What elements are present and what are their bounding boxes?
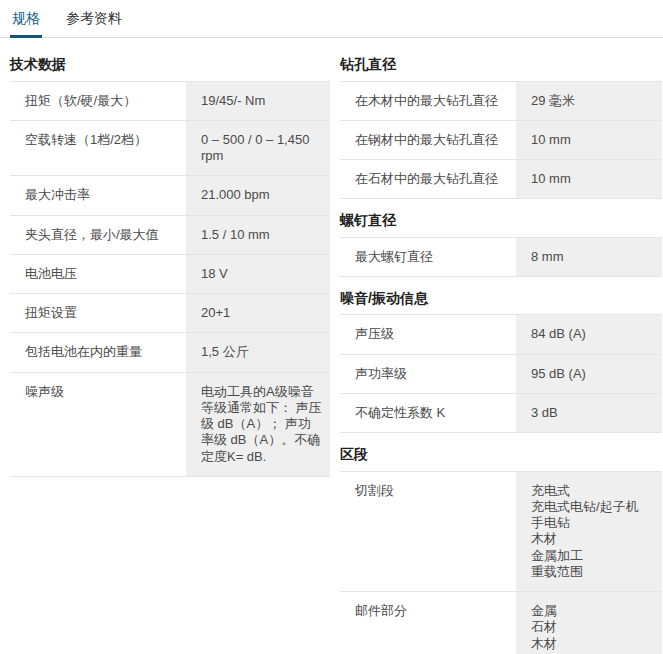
spec-section: 噪音/振动信息声压级84 dB (A)声功率级95 dB (A)不确定性系数 K… [340, 291, 662, 433]
spec-value: 29 毫米 [516, 82, 662, 120]
table-row: 扭矩（软/硬/最大）19/45/- Nm [10, 81, 330, 120]
table-row: 最大螺钉直径8 mm [340, 237, 662, 276]
spec-label: 电池电压 [10, 255, 186, 293]
spec-value-line: 手电钻 [531, 515, 654, 531]
table-row: 邮件部分金属石材木材 [340, 591, 662, 654]
spec-label: 切割段 [340, 472, 516, 592]
spec-value-line: 木材 [531, 636, 654, 652]
spec-value: 21.000 bpm [186, 176, 330, 214]
spec-table: 扭矩（软/硬/最大）19/45/- Nm空载转速（1档/2档）0 – 500 /… [10, 81, 330, 477]
spec-value-line: 重载范围 [531, 564, 654, 580]
spec-value-line: 金属加工 [531, 548, 654, 564]
tab-bar: 规格参考资料 [0, 0, 663, 38]
left-column: 技术数据扭矩（软/硬/最大）19/45/- Nm空载转速（1档/2档）0 – 5… [10, 57, 330, 654]
spec-value: 8 mm [516, 238, 662, 276]
spec-page: 规格参考资料 技术数据扭矩（软/硬/最大）19/45/- Nm空载转速（1档/2… [0, 0, 663, 654]
section-title: 钻孔直径 [340, 57, 662, 72]
spec-label: 在木材中的最大钻孔直径 [340, 82, 516, 120]
spec-label: 扭矩设置 [10, 294, 186, 332]
spec-value: 20+1 [186, 294, 330, 332]
spec-section: 技术数据扭矩（软/硬/最大）19/45/- Nm空载转速（1档/2档）0 – 5… [10, 57, 330, 477]
spec-table: 切割段充电式充电式电钻/起子机手电钻木材金属加工重载范围邮件部分金属石材木材 [340, 471, 662, 654]
spec-value: 18 V [186, 255, 330, 293]
spec-value: 金属石材木材 [516, 592, 662, 654]
tab-reference-materials[interactable]: 参考资料 [64, 9, 124, 38]
spec-label: 在石材中的最大钻孔直径 [340, 160, 516, 198]
spec-value: 1.5 / 10 mm [186, 216, 330, 254]
spec-section: 螺钉直径最大螺钉直径8 mm [340, 213, 662, 277]
spec-label: 最大冲击率 [10, 176, 186, 214]
spec-label: 扭矩（软/硬/最大） [10, 82, 186, 120]
spec-label: 在钢材中的最大钻孔直径 [340, 121, 516, 159]
spec-table: 在木材中的最大钻孔直径29 毫米在钢材中的最大钻孔直径10 mm在石材中的最大钻… [340, 81, 662, 200]
spec-value: 0 – 500 / 0 – 1,450 rpm [186, 121, 330, 176]
section-title: 技术数据 [10, 57, 330, 72]
spec-label: 最大螺钉直径 [340, 238, 516, 276]
section-title: 噪音/振动信息 [340, 291, 662, 306]
spec-label: 空载转速（1档/2档） [10, 121, 186, 176]
spec-label: 夹头直径，最小/最大值 [10, 216, 186, 254]
spec-value: 1,5 公斤 [186, 333, 330, 371]
table-row: 声功率级95 dB (A) [340, 354, 662, 393]
table-row: 切割段充电式充电式电钻/起子机手电钻木材金属加工重载范围 [340, 471, 662, 592]
spec-table: 最大螺钉直径8 mm [340, 237, 662, 277]
spec-value-line: 石材 [531, 619, 654, 635]
spec-label: 邮件部分 [340, 592, 516, 654]
section-title: 区段 [340, 447, 662, 462]
table-row: 噪声级电动工具的A级噪音等级通常如下： 声压级 dB（A）； 声功率级 dB（A… [10, 372, 330, 476]
right-column: 钻孔直径在木材中的最大钻孔直径29 毫米在钢材中的最大钻孔直径10 mm在石材中… [340, 57, 662, 654]
spec-value: 充电式充电式电钻/起子机手电钻木材金属加工重载范围 [516, 472, 662, 592]
spec-value: 10 mm [516, 160, 662, 198]
table-row: 空载转速（1档/2档）0 – 500 / 0 – 1,450 rpm [10, 120, 330, 176]
spec-label: 噪声级 [10, 373, 186, 476]
spec-value: 84 dB (A) [516, 315, 662, 353]
table-row: 最大冲击率21.000 bpm [10, 175, 330, 214]
spec-label: 声功率级 [340, 355, 516, 393]
spec-value: 19/45/- Nm [186, 82, 330, 120]
spec-label: 声压级 [340, 315, 516, 353]
spec-label: 包括电池在内的重量 [10, 333, 186, 371]
spec-table: 声压级84 dB (A)声功率级95 dB (A)不确定性系数 K3 dB [340, 314, 662, 433]
section-title: 螺钉直径 [340, 213, 662, 228]
spec-section: 区段切割段充电式充电式电钻/起子机手电钻木材金属加工重载范围邮件部分金属石材木材 [340, 447, 662, 654]
table-row: 在石材中的最大钻孔直径10 mm [340, 159, 662, 198]
spec-section: 钻孔直径在木材中的最大钻孔直径29 毫米在钢材中的最大钻孔直径10 mm在石材中… [340, 57, 662, 199]
spec-value: 95 dB (A) [516, 355, 662, 393]
spec-value: 3 dB [516, 394, 662, 432]
tab-specifications[interactable]: 规格 [10, 9, 42, 38]
spec-value-line: 木材 [531, 531, 654, 547]
table-row: 在木材中的最大钻孔直径29 毫米 [340, 81, 662, 120]
spec-value: 电动工具的A级噪音等级通常如下： 声压级 dB（A）； 声功率级 dB（A）。不… [186, 373, 330, 476]
table-row: 电池电压18 V [10, 254, 330, 293]
table-row: 在钢材中的最大钻孔直径10 mm [340, 120, 662, 159]
table-row: 包括电池在内的重量1,5 公斤 [10, 332, 330, 371]
table-row: 夹头直径，最小/最大值1.5 / 10 mm [10, 215, 330, 254]
spec-value: 10 mm [516, 121, 662, 159]
table-row: 声压级84 dB (A) [340, 314, 662, 353]
table-row: 扭矩设置20+1 [10, 293, 330, 332]
spec-value-line: 充电式电钻/起子机 [531, 499, 654, 515]
spec-content: 技术数据扭矩（软/硬/最大）19/45/- Nm空载转速（1档/2档）0 – 5… [0, 38, 663, 654]
spec-value-line: 金属 [531, 603, 654, 619]
spec-label: 不确定性系数 K [340, 394, 516, 432]
spec-value-line: 充电式 [531, 483, 654, 499]
table-row: 不确定性系数 K3 dB [340, 393, 662, 432]
